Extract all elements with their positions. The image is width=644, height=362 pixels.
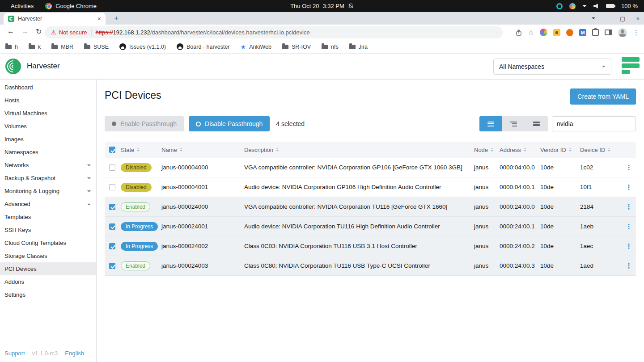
sidebar-item-images[interactable]: Images: [0, 133, 96, 146]
sidebar-item-advanced[interactable]: Advanced: [0, 198, 96, 210]
row-actions-menu[interactable]: ⋮: [626, 164, 632, 172]
sidebar-item-networks[interactable]: Networks: [0, 159, 96, 172]
sidebar-item-cloud-config-templates[interactable]: Cloud Config Templates: [0, 236, 96, 249]
browser-menu-icon[interactable]: ⋮: [633, 29, 640, 37]
clock-time[interactable]: 3:32 PM: [322, 3, 344, 9]
rancher-logo[interactable]: [622, 57, 640, 76]
namespace-filter-value: All Namespaces: [499, 63, 544, 70]
sidebar-item-addons[interactable]: Addons: [0, 275, 96, 288]
not-secure-label[interactable]: Not secure: [59, 29, 87, 36]
sidebar-item-hosts[interactable]: Hosts: [0, 94, 96, 107]
volume-icon[interactable]: [593, 4, 599, 8]
bookmark-folder-jira[interactable]: Jira: [349, 44, 368, 50]
bookmark-folder-suse[interactable]: SUSE: [84, 44, 109, 50]
row-checkbox[interactable]: [109, 243, 115, 249]
cell-device-id: 2184: [580, 203, 622, 210]
header-vendor-id[interactable]: Vendor ID: [540, 147, 580, 153]
selected-count: 4 selected: [276, 120, 305, 127]
harvester-logo[interactable]: [5, 59, 21, 74]
sidebar-item-monitoring-logging[interactable]: Monitoring & Logging: [0, 185, 96, 198]
bookmarks-bar: h k MBR SUSE Issues (v1.1.0) Board · har…: [0, 40, 644, 54]
extension-m-icon[interactable]: M: [579, 29, 586, 36]
search-input[interactable]: [552, 116, 636, 131]
row-actions-menu[interactable]: ⋮: [626, 183, 632, 191]
bookmark-star-icon[interactable]: ☆: [528, 29, 534, 37]
disable-passthrough-button[interactable]: Disable Passthrough: [189, 116, 270, 131]
extensions-puzzle-icon[interactable]: [592, 29, 599, 36]
table-header-row: State Name Description Node Address Vend…: [105, 142, 636, 158]
new-tab-button[interactable]: +: [111, 14, 122, 22]
sidebar-item-pci-devices[interactable]: PCI Devices: [0, 262, 96, 275]
focused-app-menu[interactable]: Google Chrome: [45, 3, 97, 9]
chevron-down-icon: [602, 66, 606, 69]
header-state[interactable]: State: [121, 147, 161, 153]
sidebar-item-virtual-machines[interactable]: Virtual Machines: [0, 107, 96, 120]
browser-tab-harvester[interactable]: Harvester ×: [4, 13, 106, 25]
view-toggle-grouped[interactable]: [502, 116, 525, 131]
row-checkbox[interactable]: [109, 204, 115, 210]
row-actions-menu[interactable]: ⋮: [626, 223, 632, 231]
sidebar-item-namespaces[interactable]: Namespaces: [0, 146, 96, 159]
extension-orange-icon[interactable]: [566, 29, 573, 36]
row-checkbox[interactable]: [109, 263, 115, 269]
cell-description: Audio device: NVIDIA Corporation TU116 H…: [244, 223, 474, 230]
tray-app-color-icon[interactable]: [569, 3, 576, 9]
tab-close-icon[interactable]: ×: [97, 16, 101, 22]
row-checkbox[interactable]: [109, 164, 115, 171]
reload-button[interactable]: ↻: [36, 27, 42, 36]
language-link[interactable]: English: [65, 350, 84, 357]
extension-pinwheel-icon[interactable]: [540, 29, 547, 36]
bookmark-issues[interactable]: Issues (v1.1.0): [119, 43, 166, 50]
window-close-button[interactable]: ×: [636, 15, 640, 22]
namespace-filter-select[interactable]: All Namespaces: [493, 59, 611, 75]
support-link[interactable]: Support: [4, 350, 25, 357]
sidebar-item-ssh-keys[interactable]: SSH Keys: [0, 223, 96, 236]
sidebar-item-settings[interactable]: Settings: [0, 288, 96, 301]
view-toggle-list[interactable]: [479, 116, 502, 131]
window-maximize-button[interactable]: ▢: [620, 15, 625, 22]
network-status-icon[interactable]: [582, 5, 587, 9]
header-node[interactable]: Node: [474, 147, 500, 153]
activities-button[interactable]: Activities: [11, 3, 34, 9]
profile-avatar[interactable]: [618, 28, 627, 37]
row-actions-menu[interactable]: ⋮: [626, 242, 632, 250]
header-address[interactable]: Address: [500, 147, 540, 153]
cell-device-id: 10f1: [580, 184, 622, 190]
share-icon[interactable]: [515, 29, 522, 36]
bookmark-folder-nfs[interactable]: nfs: [322, 44, 339, 50]
create-from-yaml-button[interactable]: Create from YAML: [570, 88, 636, 105]
select-all-checkbox[interactable]: [109, 147, 115, 153]
row-actions-menu[interactable]: ⋮: [626, 262, 632, 270]
header-name[interactable]: Name: [161, 147, 244, 153]
header-description[interactable]: Description: [244, 147, 474, 153]
row-checkbox[interactable]: [109, 184, 115, 190]
header-device-id[interactable]: Device ID: [580, 147, 622, 153]
side-panel-icon[interactable]: [605, 29, 612, 35]
extension-yellow-icon[interactable]: [553, 29, 560, 36]
view-toggle-flat[interactable]: [525, 116, 548, 131]
row-checkbox[interactable]: [109, 223, 115, 230]
tab-search-chevron-icon[interactable]: [592, 17, 595, 21]
enable-passthrough-button[interactable]: Enable Passthrough: [105, 116, 184, 131]
row-actions-menu[interactable]: ⋮: [626, 203, 632, 211]
sidebar-item-templates[interactable]: Templates: [0, 210, 96, 223]
address-bar[interactable]: ⚠ Not secure https:// 192.168.1.232 /das…: [45, 26, 503, 38]
back-button[interactable]: ←: [7, 27, 14, 35]
sidebar-item-storage-classes[interactable]: Storage Classes: [0, 249, 96, 262]
bookmark-folder-sriov[interactable]: SR-IOV: [282, 44, 311, 50]
bookmark-folder-h[interactable]: h: [5, 44, 18, 50]
forward-button[interactable]: →: [21, 27, 29, 35]
security-warning-icon: ⚠: [51, 29, 56, 36]
bookmark-folder-k[interactable]: k: [29, 44, 41, 50]
bookmark-board-harvester[interactable]: Board · harvester: [177, 43, 230, 50]
window-minimize-button[interactable]: –: [606, 15, 609, 22]
sidebar-item-dashboard[interactable]: Dashboard: [0, 81, 96, 94]
sidebar-item-volumes[interactable]: Volumes: [0, 120, 96, 133]
battery-icon[interactable]: [606, 4, 614, 8]
main-content: PCI Devices Create from YAML Enable Pass…: [97, 80, 644, 362]
clock-date[interactable]: Thu Oct 20: [290, 3, 319, 9]
tray-app-ring-icon[interactable]: [556, 3, 563, 9]
bookmark-ankiweb[interactable]: ★AnkiWeb: [241, 43, 271, 51]
bookmark-folder-mbr[interactable]: MBR: [51, 44, 73, 50]
sidebar-item-backup-snapshot[interactable]: Backup & Snapshot: [0, 172, 96, 185]
